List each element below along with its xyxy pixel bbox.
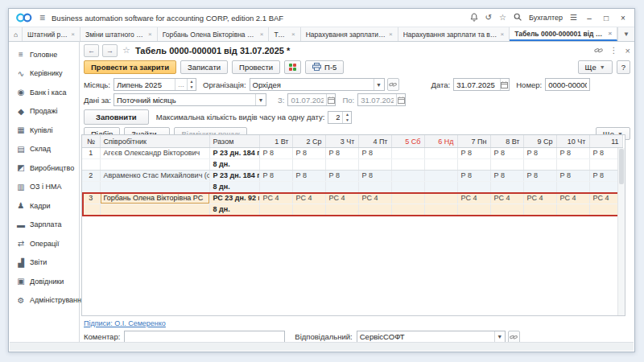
cell-day-extra[interactable] bbox=[523, 204, 556, 216]
cell-day[interactable] bbox=[424, 171, 457, 182]
cell-day-extra[interactable] bbox=[424, 159, 457, 171]
tab-close-icon[interactable]: × bbox=[291, 31, 295, 38]
col-day-10[interactable]: 10 Чт bbox=[556, 135, 589, 148]
hamburger-menu-icon[interactable]: ≡ bbox=[39, 12, 45, 23]
month-input[interactable] bbox=[114, 79, 175, 90]
col-day-6[interactable]: 6 Нд bbox=[424, 135, 457, 148]
to-date-input[interactable] bbox=[358, 94, 396, 105]
post-button[interactable]: Провести bbox=[232, 60, 280, 74]
table-row-extra[interactable]: 8 дн. bbox=[82, 159, 622, 171]
table-row[interactable]: 1Агєєв Олександр ВікторовичР 23 дн. 184 … bbox=[82, 148, 622, 159]
show-postings-dtkt-button[interactable] bbox=[284, 60, 301, 74]
cell-total-extra[interactable]: 8 дн. bbox=[209, 159, 259, 171]
cell-day-extra[interactable] bbox=[292, 159, 325, 171]
tab-close-icon[interactable]: × bbox=[389, 31, 393, 38]
cell-day-extra[interactable] bbox=[325, 204, 358, 216]
cell-day[interactable]: РС 4 bbox=[259, 193, 292, 204]
notifications-bell-icon[interactable] bbox=[470, 13, 478, 23]
from-calendar-icon[interactable] bbox=[326, 94, 335, 105]
print-p5-button[interactable]: П-5 bbox=[305, 60, 344, 74]
cell-total[interactable]: РС 23 дн. 92 год. bbox=[209, 193, 259, 204]
cell-day-extra[interactable] bbox=[391, 159, 424, 171]
cell-day[interactable]: Р 8 bbox=[325, 171, 358, 182]
cell-day[interactable]: Р 8 bbox=[556, 171, 589, 182]
cell-total-extra[interactable]: 8 дн. bbox=[209, 204, 259, 216]
organization-input[interactable] bbox=[250, 79, 374, 90]
cell-day[interactable]: Р 8 bbox=[292, 148, 325, 159]
save-button[interactable]: Записати bbox=[180, 60, 228, 74]
col-day-11[interactable]: 11 bbox=[589, 135, 622, 148]
tab-timesheets-list[interactable]: Табелі× bbox=[269, 27, 300, 41]
tab-close-icon[interactable]: × bbox=[501, 31, 505, 38]
sidebar-item-manager[interactable]: ∿Керівнику bbox=[9, 64, 79, 84]
sidebar-item-warehouse[interactable]: ▤Склад bbox=[9, 140, 79, 159]
organization-dropdown-icon[interactable]: ▼ bbox=[374, 79, 384, 90]
close-document-button[interactable]: × bbox=[625, 46, 630, 56]
cell-day-extra[interactable] bbox=[292, 204, 325, 216]
month-ellipsis-button[interactable]: … bbox=[175, 79, 187, 90]
max-time-types-spinner[interactable]: ▲▼ bbox=[342, 112, 351, 123]
toolbar-more-button[interactable]: Ще▼ bbox=[578, 60, 613, 74]
maximize-button[interactable]: □ bbox=[601, 14, 611, 23]
cell-day-extra[interactable] bbox=[523, 182, 556, 193]
cell-day-extra[interactable] bbox=[424, 182, 457, 193]
cell-day-extra[interactable] bbox=[556, 204, 589, 216]
cell-num[interactable]: 2 bbox=[82, 171, 100, 182]
cell-day-extra[interactable] bbox=[523, 159, 556, 171]
cell-employee-extra[interactable] bbox=[100, 182, 209, 193]
cell-day-extra[interactable] bbox=[490, 182, 523, 193]
sidebar-item-hr[interactable]: ♟Кадри bbox=[9, 196, 79, 216]
minimize-button[interactable]: – bbox=[584, 14, 594, 23]
table-row[interactable]: 2Авраменко Стас Михайлович (осн.)Р 23 дн… bbox=[82, 171, 622, 182]
cell-num-extra[interactable] bbox=[82, 159, 100, 171]
help-button[interactable]: ? bbox=[617, 60, 630, 74]
organization-link-icon[interactable] bbox=[387, 78, 399, 91]
tab-overflow-dropdown[interactable]: ▼ bbox=[617, 27, 634, 41]
signatures-link[interactable]: Підписи: О.І. Семеренко bbox=[84, 319, 166, 327]
cell-day[interactable] bbox=[391, 193, 424, 204]
date-input[interactable] bbox=[454, 79, 499, 90]
cell-day-extra[interactable] bbox=[556, 182, 589, 193]
tab-payroll-doc[interactable]: Нарахування зарплати та внесків 0000-000… bbox=[398, 27, 510, 41]
cell-day[interactable]: Р 8 bbox=[259, 171, 292, 182]
cell-day-extra[interactable] bbox=[358, 204, 391, 216]
cell-num-extra[interactable] bbox=[82, 182, 100, 193]
cell-day[interactable]: РС 4 bbox=[457, 193, 490, 204]
back-button[interactable]: ← bbox=[84, 44, 99, 57]
month-spinner[interactable]: ▲▼ bbox=[187, 79, 196, 90]
from-date-input[interactable] bbox=[288, 94, 326, 105]
cell-day[interactable]: Р 8 bbox=[490, 171, 523, 182]
cell-employee-extra[interactable] bbox=[100, 204, 209, 216]
sidebar-item-purchases[interactable]: ▦Купівлі bbox=[9, 121, 79, 140]
cell-day-extra[interactable] bbox=[259, 182, 292, 193]
tab-timesheet-doc[interactable]: Табель 0000-000001 від 31.07.2025 *× bbox=[510, 27, 617, 41]
cell-day[interactable]: РС 4 bbox=[325, 193, 358, 204]
cell-day[interactable]: РС 4 bbox=[358, 193, 391, 204]
cell-day[interactable] bbox=[424, 148, 457, 159]
get-link-icon[interactable] bbox=[594, 43, 603, 58]
sidebar-item-bank-cash[interactable]: ◉Банк і каса bbox=[9, 83, 79, 102]
tab-staffing-changes[interactable]: Зміни штатного розкладу× bbox=[80, 27, 158, 41]
cell-day-extra[interactable] bbox=[325, 159, 358, 171]
sidebar-item-catalogs[interactable]: ▣Довідники bbox=[9, 272, 79, 291]
current-user[interactable]: Бухгалтер bbox=[529, 14, 563, 22]
cell-day[interactable]: Р 8 bbox=[523, 171, 556, 182]
cell-employee[interactable]: Авраменко Стас Михайлович (осн.) bbox=[100, 171, 209, 182]
data-for-dropdown-icon[interactable]: ▼ bbox=[255, 94, 266, 105]
tab-close-icon[interactable]: × bbox=[148, 31, 152, 38]
cell-employee[interactable]: Агєєв Олександр Вікторович bbox=[100, 148, 209, 159]
responsible-dropdown-icon[interactable]: ▼ bbox=[494, 331, 505, 343]
cell-day-extra[interactable] bbox=[457, 204, 490, 216]
history-icon[interactable]: ↺ bbox=[485, 14, 492, 22]
cell-day[interactable]: Р 8 bbox=[358, 171, 391, 182]
cell-employee-extra[interactable] bbox=[100, 159, 209, 171]
cell-employee[interactable]: Горбань Олена Вікторівна РС bbox=[100, 193, 209, 204]
cell-num[interactable]: 3 bbox=[82, 193, 100, 204]
cell-day[interactable]: Р 8 bbox=[358, 148, 391, 159]
cell-day[interactable]: Р 8 bbox=[457, 148, 490, 159]
number-input[interactable] bbox=[546, 79, 589, 90]
cell-day[interactable]: Р 8 bbox=[523, 148, 556, 159]
cell-day[interactable]: РС 4 bbox=[490, 193, 523, 204]
cell-day-extra[interactable] bbox=[457, 159, 490, 171]
cell-day[interactable] bbox=[424, 193, 457, 204]
